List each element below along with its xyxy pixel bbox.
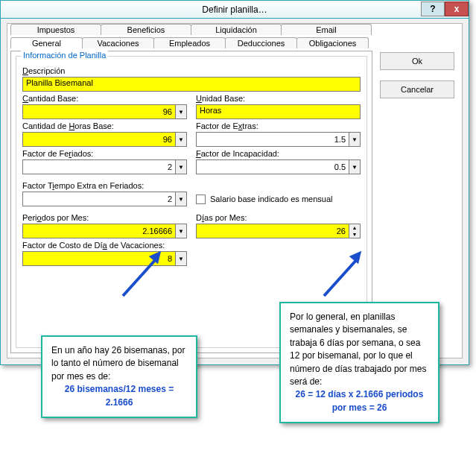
combo-factor-tiempo[interactable]: 2 ▼ [22, 192, 187, 206]
label-factor-incap: Factor de Incapacidad: [196, 149, 361, 158]
label-periodos-mes: Periodos por Mes: [22, 213, 187, 222]
window-title: Definir planilla… [1, 4, 469, 15]
label-factor-vac: Factor de Costo de Día de Vacaciones: [22, 241, 187, 250]
callout-right-text: Por lo general, en planillas semanales y… [290, 311, 429, 388]
label-salario-mensual: Salario base indicado es mensual [210, 195, 333, 203]
chevron-down-icon[interactable]: ▼ [349, 231, 360, 238]
label-unidad-base: Unidad Base: [196, 94, 361, 103]
combo-cantidad-base-value: 96 [22, 104, 175, 119]
combo-factor-incap[interactable]: 0.5 ▼ [196, 159, 361, 174]
chevron-down-icon[interactable]: ▼ [175, 159, 187, 174]
label-factor-feriados: Factor de Feriados: [22, 149, 187, 158]
combo-cant-horas-value: 96 [22, 132, 175, 147]
help-button[interactable]: ? [421, 1, 445, 16]
combo-factor-incap-value: 0.5 [196, 159, 349, 174]
combo-periodos-mes[interactable]: 2.16666 ▼ [22, 224, 187, 238]
titlebar: Definir planilla… ? x [1, 1, 469, 19]
tab-strip: Impuestos Beneficios Liquidación Email G… [7, 24, 462, 52]
tab-email[interactable]: Email [281, 24, 372, 35]
combo-cantidad-base[interactable]: 96 ▼ [22, 104, 187, 119]
tab-deducciones[interactable]: Deducciones [225, 37, 297, 48]
combo-cant-horas[interactable]: 96 ▼ [22, 132, 187, 147]
label-factor-extras: Factor de Extras: [196, 121, 361, 130]
input-unidad-base[interactable]: Horas [196, 104, 361, 119]
label-factor-tiempo: Factor Tiempo Extra en Feriados: [22, 181, 187, 190]
ok-button[interactable]: Ok [380, 52, 454, 70]
chevron-down-icon[interactable]: ▼ [175, 251, 187, 266]
group-legend: Información de Planilla [21, 51, 108, 60]
chevron-down-icon[interactable]: ▼ [175, 104, 187, 119]
combo-periodos-mes-value: 2.16666 [22, 224, 175, 238]
chevron-down-icon[interactable]: ▼ [349, 159, 361, 174]
callout-right-emph: 26 = 12 días x 2.1666 periodos por mes =… [290, 388, 429, 414]
tab-liquidacion[interactable]: Liquidación [191, 24, 282, 35]
chevron-down-icon[interactable]: ▼ [175, 224, 187, 238]
tab-general[interactable]: General [10, 37, 83, 48]
checkbox-salario-mensual[interactable]: Salario base indicado es mensual [196, 192, 361, 206]
input-descripcion[interactable]: Planilla Bisemanal [22, 77, 361, 92]
combo-factor-extras[interactable]: 1.5 ▼ [196, 132, 361, 147]
label-cantidad-base: Cantidad Base: [22, 94, 187, 103]
chevron-down-icon[interactable]: ▼ [349, 132, 361, 147]
combo-factor-tiempo-value: 2 [22, 192, 175, 206]
callout-left-text: En un año hay 26 bisemanas, por lo tanto… [51, 344, 187, 383]
checkbox-box[interactable] [196, 195, 206, 204]
tab-impuestos[interactable]: Impuestos [10, 24, 101, 35]
combo-factor-extras-value: 1.5 [196, 132, 349, 147]
tab-beneficios[interactable]: Beneficios [101, 24, 191, 35]
chevron-down-icon[interactable]: ▼ [175, 192, 187, 206]
label-dias-mes: Días por Mes: [196, 213, 361, 222]
close-button[interactable]: x [445, 1, 469, 16]
combo-factor-feriados-value: 2 [22, 159, 175, 174]
label-cant-horas: Cantidad de Horas Base: [22, 121, 187, 130]
spin-dias-mes[interactable]: 26 ▲▼ [196, 224, 361, 238]
tab-vacaciones[interactable]: Vacaciones [82, 37, 154, 48]
chevron-up-icon[interactable]: ▲ [349, 224, 360, 231]
cancel-button[interactable]: Cancelar [380, 80, 454, 98]
tab-empleados[interactable]: Empleados [153, 37, 226, 48]
chevron-down-icon[interactable]: ▼ [175, 132, 187, 147]
label-descripcion: Descripción [22, 66, 361, 75]
spin-dias-mes-value: 26 [196, 224, 349, 238]
callout-left: En un año hay 26 bisemanas, por lo tanto… [41, 335, 197, 418]
tab-obligaciones[interactable]: Obligaciones [296, 37, 369, 48]
callout-left-emph: 26 bisemanas/12 meses = 2.1666 [51, 383, 187, 409]
callout-right: Por lo general, en planillas semanales y… [279, 302, 439, 423]
combo-factor-feriados[interactable]: 2 ▼ [22, 159, 187, 174]
